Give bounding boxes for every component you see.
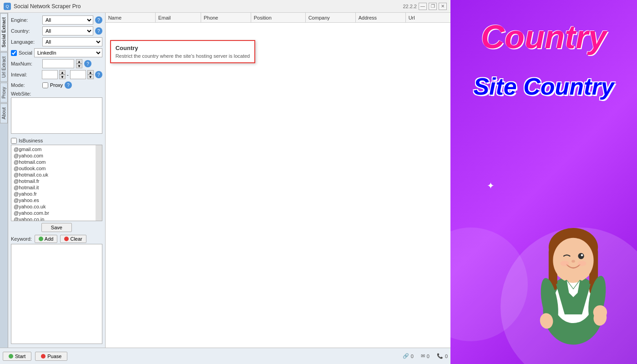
interval-from-up[interactable]: ▲: [59, 70, 66, 75]
maxnum-down-button[interactable]: ▼: [76, 64, 82, 68]
email-list-scrollbar[interactable]: [96, 145, 102, 221]
phone-count: 0: [445, 354, 448, 359]
mode-info-icon[interactable]: ?: [65, 81, 72, 89]
restore-button[interactable]: ❐: [429, 3, 437, 10]
maxnum-up-button[interactable]: ▲: [76, 59, 82, 64]
add-dot: [39, 237, 43, 241]
list-item[interactable]: @yahoo.fr: [12, 191, 95, 197]
website-textarea[interactable]: [11, 97, 102, 134]
country-info-icon[interactable]: ?: [95, 27, 102, 35]
start-dot: [9, 354, 13, 359]
title-bar-right: 22.2.2 — ❐ ✕: [403, 3, 447, 10]
interval-from-input[interactable]: 10: [42, 70, 58, 79]
pause-label: Puase: [47, 354, 61, 359]
language-label: Language:: [11, 39, 40, 45]
main-content: Social Extract Url Extract Proxy About E…: [0, 13, 450, 348]
keyword-textarea[interactable]: [11, 244, 102, 344]
interval-info-icon[interactable]: ?: [95, 71, 102, 78]
email-count: 0: [427, 354, 430, 359]
list-item[interactable]: @hotmail.it: [12, 184, 95, 191]
tab-social-extract[interactable]: Social Extract: [0, 13, 8, 51]
list-item[interactable]: @hotmail.co.uk: [12, 172, 95, 178]
col-url: Url: [406, 13, 450, 22]
tab-url-extract[interactable]: Url Extract: [0, 52, 8, 82]
is-business-checkbox[interactable]: [11, 138, 17, 144]
list-item[interactable]: @outlook.com: [12, 165, 95, 172]
list-item[interactable]: @yahoo.co.uk: [12, 203, 95, 210]
is-business-label: IsBusiness: [19, 138, 43, 143]
add-button[interactable]: Add: [35, 235, 58, 243]
table-header: Name Email Phone Position Company Addres…: [106, 13, 450, 23]
save-button[interactable]: Save: [41, 223, 72, 232]
promo-panel: Country Site Country ✦: [450, 0, 637, 364]
keyword-row: Keyword: Add Clear: [8, 234, 105, 244]
social-row: Social LinkedIn: [8, 47, 105, 58]
minimize-button[interactable]: —: [419, 3, 427, 10]
engine-label: Engine:: [11, 17, 40, 23]
pause-button[interactable]: Puase: [35, 352, 67, 361]
clear-button[interactable]: Clear: [60, 235, 86, 243]
country-row: Country: All ?: [8, 25, 105, 36]
col-address: Address: [356, 13, 406, 22]
list-item[interactable]: @yahoo.com: [12, 152, 95, 159]
interval-to-down[interactable]: ▼: [87, 75, 94, 79]
interval-row: Inteval: 10 ▲ ▼ - 20 ▲ ▼ ?: [8, 69, 105, 80]
country-select[interactable]: All: [42, 26, 93, 35]
social-select[interactable]: LinkedIn: [34, 48, 102, 57]
list-item[interactable]: @hotmail.fr: [12, 178, 95, 184]
proxy-checkbox[interactable]: [42, 82, 48, 88]
engine-row: Engine: All ?: [8, 15, 105, 25]
character-svg: [514, 176, 632, 349]
tooltip-title: Country: [116, 45, 250, 51]
character-figure: [514, 176, 632, 350]
promo-subtitle: Site Country: [473, 74, 614, 100]
language-row: Language: All: [8, 36, 105, 47]
country-label: Country:: [11, 28, 40, 34]
pause-dot: [41, 354, 46, 359]
list-item[interactable]: @gmail.com: [12, 146, 95, 152]
links-count: 0: [411, 354, 414, 359]
interval-from-down[interactable]: ▼: [59, 75, 66, 79]
tab-about[interactable]: About: [0, 103, 8, 123]
phone-status: 📞 0: [437, 353, 448, 359]
social-checkbox[interactable]: [11, 50, 17, 56]
language-select[interactable]: All: [42, 37, 102, 46]
add-label: Add: [45, 236, 54, 242]
col-phone: Phone: [201, 13, 251, 22]
col-position: Position: [251, 13, 306, 22]
data-area: Name Email Phone Position Company Addres…: [106, 13, 450, 348]
title-bar-left: Q Social Network Scraper Pro: [4, 3, 81, 10]
email-list: @gmail.com @yahoo.com @hotmail.com @outl…: [11, 145, 96, 221]
col-company: Company: [306, 13, 356, 22]
list-item[interactable]: @hotmail.com: [12, 159, 95, 165]
title-bar: Q Social Network Scraper Pro 22.2.2 — ❐ …: [0, 0, 450, 13]
mode-label: Mode:: [11, 82, 40, 88]
tooltip-text: Restrict the country where the site's ho…: [116, 53, 250, 59]
list-item[interactable]: @yahoo.es: [12, 197, 95, 203]
maxnum-input[interactable]: 50000: [42, 59, 74, 68]
start-label: Start: [15, 354, 25, 359]
tooltip-popup: Country Restrict the country where the s…: [110, 40, 256, 63]
bottom-right: 🔗 0 ✉ 0 📞 0: [403, 353, 448, 359]
maxnum-info-icon[interactable]: ?: [84, 60, 91, 67]
app-title: Social Network Scraper Pro: [14, 3, 81, 10]
engine-info-icon[interactable]: ?: [95, 16, 102, 24]
close-button[interactable]: ✕: [439, 3, 447, 10]
interval-to-up[interactable]: ▲: [87, 70, 94, 75]
app-icon: Q: [4, 3, 11, 10]
email-icon: ✉: [421, 353, 425, 359]
list-item[interactable]: @yahoo.co.in: [12, 216, 95, 221]
list-item[interactable]: @yahoo.com.br: [12, 210, 95, 216]
clear-label: Clear: [70, 236, 82, 242]
app-version: 22.2.2: [403, 4, 417, 9]
start-button[interactable]: Start: [3, 352, 31, 361]
engine-select[interactable]: All: [42, 15, 93, 25]
svg-point-9: [561, 261, 569, 266]
save-row: Save: [8, 221, 105, 234]
tab-proxy[interactable]: Proxy: [0, 83, 8, 103]
interval-to-input[interactable]: 20: [70, 70, 86, 79]
is-business-row: IsBusiness: [8, 137, 105, 145]
app-panel: Q Social Network Scraper Pro 22.2.2 — ❐ …: [0, 0, 450, 364]
website-label: WebSite:: [11, 91, 102, 96]
links-status: 🔗 0: [403, 353, 414, 359]
